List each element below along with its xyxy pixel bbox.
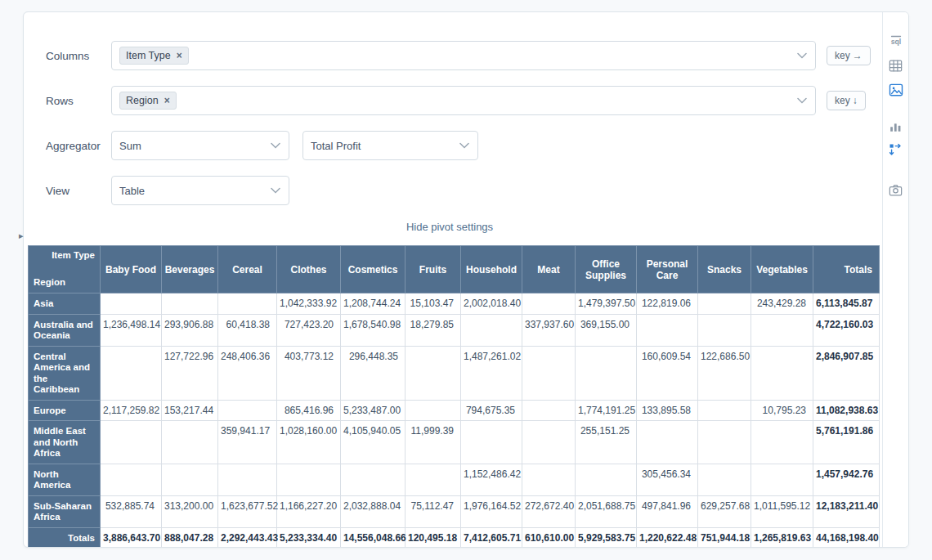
column-header: Office Supplies (576, 246, 637, 293)
page-background: Columns Item Type × key → Rows (0, 0, 932, 560)
value-cell: 243,429.28 (751, 293, 813, 315)
columns-select[interactable]: Item Type × (111, 41, 816, 70)
row-total-cell: 2,846,907.85 (813, 346, 880, 400)
value-cell: 255,151.25 (576, 421, 637, 464)
value-cell (751, 314, 813, 346)
value-cell: 369,155.00 (576, 314, 637, 346)
value-cell: 4,105,940.05 (341, 421, 406, 464)
toolbar-button-pivot[interactable] (887, 141, 905, 159)
totals-row-header: Totals (29, 527, 101, 548)
value-cell (522, 346, 576, 400)
value-cell: 794,675.35 (461, 400, 522, 421)
rows-key-button[interactable]: key ↓ (827, 91, 866, 110)
column-header: Clothes (277, 246, 341, 293)
toolbar-button-bar-chart[interactable] (887, 117, 905, 135)
columns-control-row: Columns Item Type × key → (46, 41, 908, 70)
toolbar-button-chart[interactable] (887, 81, 905, 99)
table-row: Australia and Oceania1,236,498.14293,906… (29, 314, 880, 346)
value-cell (406, 400, 461, 421)
aggregator-field-value: Total Profit (311, 140, 361, 152)
value-cell: 18,279.85 (406, 314, 461, 346)
chart-image-icon (888, 82, 904, 98)
column-total-cell: 120,495.18 (406, 527, 461, 548)
value-cell: 75,112.47 (406, 495, 461, 527)
row-total-cell: 6,113,845.87 (813, 293, 880, 315)
value-cell: 15,103.47 (406, 293, 461, 315)
value-cell (522, 400, 576, 421)
rows-control-row: Rows Region × key ↓ (46, 86, 908, 115)
chevron-down-icon (459, 142, 469, 149)
view-label: View (46, 185, 111, 197)
value-cell: 133,895.58 (637, 400, 698, 421)
value-cell: 122,819.06 (637, 293, 698, 315)
value-cell: 60,418.38 (218, 314, 277, 346)
value-cell: 122,686.50 (698, 346, 751, 400)
value-cell: 532,885.74 (101, 495, 162, 527)
pivot-settings: Columns Item Type × key → Rows (24, 12, 908, 205)
value-cell (751, 464, 813, 495)
value-cell: 1,166,227.20 (277, 495, 341, 527)
row-header: Central America and the Caribbean (29, 346, 101, 400)
aggregator-control-row: Aggregator Sum Total Profit (46, 131, 908, 160)
collapse-panel-arrow[interactable]: ▸ (19, 231, 24, 240)
column-attribute-label: Item Type (29, 246, 100, 270)
rows-tag-label: Region (126, 95, 159, 106)
column-total-cell: 5,929,583.75 (576, 527, 637, 548)
value-cell: 1,208,744.24 (341, 293, 406, 315)
view-select[interactable]: Table (111, 176, 289, 205)
row-total-cell: 12,183,211.40 (813, 495, 880, 527)
value-cell (698, 421, 751, 464)
row-header: Australia and Oceania (29, 314, 101, 346)
value-cell (101, 421, 162, 464)
hide-pivot-settings-link[interactable]: Hide pivot settings (24, 221, 876, 233)
value-cell: 727,423.20 (277, 314, 341, 346)
value-cell: 1,976,164.52 (461, 495, 522, 527)
value-cell: 248,406.36 (218, 346, 277, 400)
camera-icon (888, 182, 903, 198)
value-cell (698, 464, 751, 495)
view-value: Table (119, 185, 145, 197)
column-total-cell: 1,265,819.63 (751, 527, 813, 548)
remove-columns-tag-icon[interactable]: × (177, 50, 182, 61)
toolbar-button-sql[interactable]: sql (887, 32, 905, 50)
value-cell (461, 314, 522, 346)
value-cell: 337,937.60 (522, 314, 576, 346)
columns-key-button[interactable]: key → (827, 46, 871, 65)
value-cell: 293,906.88 (162, 314, 218, 346)
column-total-cell: 610,610.00 (522, 527, 576, 548)
toolbar-button-table[interactable] (887, 56, 905, 74)
column-header: Cereal (218, 246, 277, 293)
value-cell: 629,257.68 (698, 495, 751, 527)
table-row: Central America and the Caribbean127,722… (29, 346, 880, 400)
columns-key-label: key (835, 50, 850, 61)
column-header: Cosmetics (341, 246, 406, 293)
value-cell: 865,416.96 (277, 400, 341, 421)
value-cell: 2,032,888.04 (341, 495, 406, 527)
column-header: Snacks (698, 246, 751, 293)
totals-column-header: Totals (813, 246, 880, 293)
aggregator-field-select[interactable]: Total Profit (302, 131, 478, 160)
rows-key-label: key (835, 95, 850, 106)
rows-select[interactable]: Region × (111, 86, 816, 115)
view-control-row: View Table (46, 176, 908, 205)
value-cell: 1,623,677.52 (218, 495, 277, 527)
value-cell: 2,051,688.75 (576, 495, 637, 527)
sql-icon: sql (887, 32, 905, 50)
value-cell: 359,941.17 (218, 421, 277, 464)
toolbar-button-camera[interactable] (887, 181, 905, 199)
chevron-down-icon (271, 187, 280, 194)
remove-rows-tag-icon[interactable]: × (164, 95, 170, 106)
arrow-right-icon: → (853, 50, 863, 61)
columns-tag[interactable]: Item Type × (119, 47, 189, 65)
column-header: Meat (522, 246, 576, 293)
aggregator-select[interactable]: Sum (111, 131, 289, 160)
totals-row: Totals3,886,643.70888,047.282,292,443.43… (29, 527, 880, 548)
pivot-corner-cell: Item TypeRegion (29, 246, 101, 293)
value-cell: 497,841.96 (637, 495, 698, 527)
rows-tag[interactable]: Region × (119, 92, 177, 110)
value-cell: 296,448.35 (341, 346, 406, 400)
row-total-cell: 5,761,191.86 (813, 421, 880, 464)
value-cell: 1,487,261.02 (461, 346, 522, 400)
value-cell: 1,042,333.92 (277, 293, 341, 315)
value-cell (101, 346, 162, 400)
